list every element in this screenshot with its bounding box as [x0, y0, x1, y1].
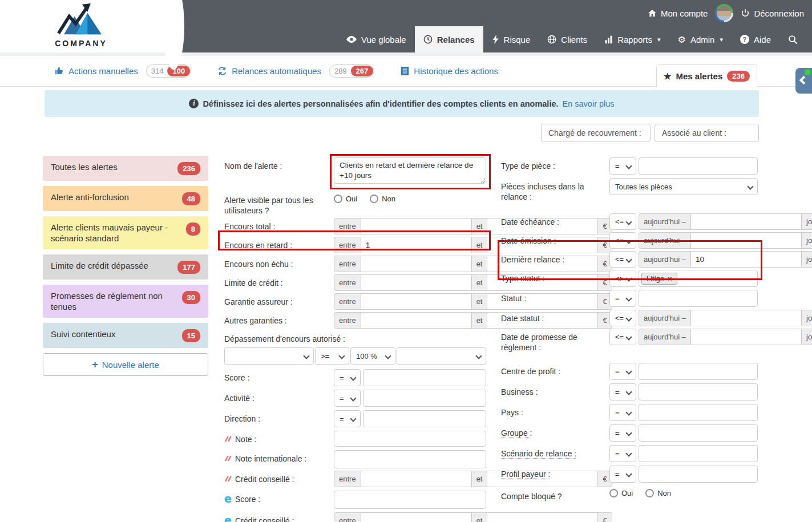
days-input[interactable]: [691, 251, 802, 268]
days-input[interactable]: [691, 232, 802, 249]
operator-select[interactable]: =: [609, 466, 636, 483]
online-dot: [805, 69, 811, 75]
days-input[interactable]: [691, 310, 802, 326]
pieces-incluses-select[interactable]: Toutes les pièces: [609, 178, 758, 195]
learn-more-link[interactable]: En savoir plus: [563, 99, 615, 108]
operator-select[interactable]: <>: [609, 270, 636, 287]
sidebar-item-limite-credit[interactable]: Limite de crédit dépassée 177: [43, 254, 208, 280]
tab-relances-automatiques[interactable]: Relances automatiques 289 267: [217, 64, 374, 78]
alert-name-textarea[interactable]: Clients en retard et dernière relance de…: [334, 157, 486, 184]
score-input[interactable]: [363, 369, 486, 386]
star-icon: ★: [664, 71, 671, 82]
logout-link[interactable]: Déconnexion: [741, 9, 804, 18]
operator-select[interactable]: =: [609, 445, 636, 462]
tab-mes-alertes[interactable]: ★ Mes alertes 236: [656, 64, 757, 87]
panel-toggle-button[interactable]: [795, 68, 812, 94]
min-input[interactable]: [361, 218, 472, 234]
count-pill: 289 267: [329, 64, 374, 78]
operator-select[interactable]: =: [609, 157, 636, 175]
client-filter[interactable]: Associé au client :: [655, 124, 759, 142]
operator-select[interactable]: =: [609, 383, 636, 400]
operator-select[interactable]: <=: [609, 213, 636, 230]
radio-non[interactable]: [645, 489, 654, 497]
depassement-percent-select[interactable]: 100 %: [350, 347, 395, 365]
operator-select[interactable]: =: [334, 369, 361, 386]
help-icon: ?: [740, 35, 749, 44]
new-alert-button[interactable]: + Nouvelle alerte: [43, 353, 208, 376]
type-statut-field[interactable]: Litige ×: [639, 270, 758, 287]
count-badge: 177: [177, 261, 200, 274]
depassement-value-select[interactable]: [397, 347, 486, 365]
search-icon: [788, 35, 798, 44]
count-total: 314: [147, 67, 168, 75]
field-row-compte-bloque: Compte bloqué ? Oui Non: [501, 488, 758, 501]
min-input[interactable]: [361, 237, 472, 253]
my-account-link[interactable]: Mon compte: [648, 9, 708, 18]
field-row-encours-non-echu: Encours non échu : entre et €: [224, 256, 486, 272]
operator-select[interactable]: <=: [609, 310, 636, 326]
depassement-type-select[interactable]: [224, 347, 314, 365]
min-input[interactable]: [361, 293, 472, 310]
operator-select[interactable]: =: [609, 424, 636, 442]
centre-profit-input[interactable]: [639, 363, 758, 380]
depassement-operator-select[interactable]: >=: [315, 347, 349, 365]
operator-select[interactable]: <=: [609, 329, 636, 345]
operator-select[interactable]: =: [609, 290, 636, 307]
min-input[interactable]: [361, 312, 472, 329]
radio-oui[interactable]: [334, 195, 342, 203]
brand-name: COMPANY: [52, 39, 110, 48]
info-icon: i: [189, 99, 199, 108]
e-provider-icon: e: [224, 516, 232, 522]
min-input[interactable]: [361, 256, 472, 272]
operator-select[interactable]: =: [334, 410, 361, 427]
caret-down-icon: ▾: [720, 36, 723, 43]
field-row-statut: Statut : =: [501, 290, 758, 307]
days-input[interactable]: [691, 213, 802, 230]
collector-filter[interactable]: Chargé de recouvrement :: [541, 124, 651, 142]
statut-input[interactable]: [639, 290, 758, 307]
operator-select[interactable]: <=: [609, 232, 636, 249]
scenario-relance-input[interactable]: [639, 445, 758, 462]
nav-clients[interactable]: Clients: [539, 26, 596, 52]
form-column-right: Type de pièce : = Pièces incluses dans l…: [501, 157, 758, 504]
type-piece-input[interactable]: [639, 157, 758, 175]
remove-tag-icon[interactable]: ×: [668, 274, 672, 283]
operator-select[interactable]: <=: [609, 251, 636, 268]
sidebar-item-mauvais-payeur[interactable]: Alerte clients mauvais payeur - scénario…: [43, 216, 208, 249]
operator-select[interactable]: =: [334, 390, 361, 407]
min-input[interactable]: [361, 471, 472, 487]
field-row-note-internationale: Note internationale :: [224, 450, 486, 468]
nav-aide[interactable]: ? Aide: [732, 26, 779, 52]
nav-relances[interactable]: Relances: [415, 26, 483, 52]
sidebar-item-anti-forclusion[interactable]: Alerte anti-forclusion 48: [43, 186, 208, 211]
sidebar-item-promesses[interactable]: Promesses de règlement non tenues 30: [43, 285, 208, 318]
profil-payeur-input[interactable]: [639, 466, 758, 483]
business-input[interactable]: [639, 383, 758, 400]
pays-input[interactable]: [639, 404, 758, 421]
groupe-input[interactable]: [639, 424, 758, 442]
days-input[interactable]: [691, 329, 802, 345]
operator-select[interactable]: =: [609, 363, 636, 380]
min-input[interactable]: [361, 274, 472, 291]
nav-rapports[interactable]: Rapports ▾: [596, 26, 669, 52]
nav-vue-globale[interactable]: Vue globale: [338, 26, 415, 52]
note-input[interactable]: [334, 431, 486, 447]
nav-risque[interactable]: Risque: [483, 26, 539, 52]
operator-select[interactable]: =: [609, 404, 636, 421]
tab-historique-actions[interactable]: Historique des actions: [401, 66, 498, 76]
radio-oui[interactable]: [609, 489, 618, 497]
avatar[interactable]: [715, 4, 733, 22]
radio-non[interactable]: [370, 195, 378, 203]
direction-input[interactable]: [363, 410, 486, 427]
note-internationale-input[interactable]: [334, 450, 486, 468]
search-button[interactable]: [779, 26, 806, 52]
min-input[interactable]: [361, 512, 472, 522]
sidebar-item-toutes-les-alertes[interactable]: Toutes les alertes 236: [43, 156, 208, 181]
max-input[interactable]: [487, 512, 598, 522]
sidebar-item-suivi-contentieux[interactable]: Suivi contentieux 15: [43, 323, 208, 348]
score-e-input[interactable]: [334, 491, 486, 509]
activite-input[interactable]: [363, 390, 486, 407]
company-logo[interactable]: COMPANY: [52, 2, 110, 48]
mountain-logo-icon: [54, 2, 108, 38]
nav-admin[interactable]: ⚙ Admin ▾: [669, 26, 732, 52]
